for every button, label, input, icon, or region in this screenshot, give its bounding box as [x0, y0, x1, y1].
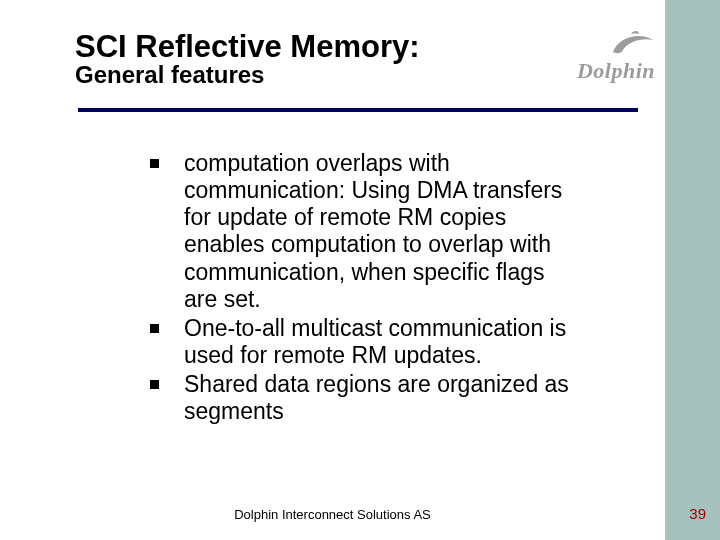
footer-text: Dolphin Interconnect Solutions AS — [0, 507, 665, 522]
divider-rule — [78, 108, 638, 112]
bullet-list: computation overlaps with communication:… — [150, 150, 580, 425]
list-item: Shared data regions are organized as seg… — [150, 371, 580, 425]
side-accent-bar — [665, 0, 720, 540]
list-item: computation overlaps with communication:… — [150, 150, 580, 313]
slide: Dolphin SCI Reflective Memory: General f… — [0, 0, 720, 540]
slide-subtitle: General features — [75, 62, 635, 88]
page-number: 39 — [689, 505, 706, 522]
slide-body: computation overlaps with communication:… — [150, 150, 580, 427]
slide-title: SCI Reflective Memory: — [75, 30, 635, 64]
slide-header: SCI Reflective Memory: General features — [75, 30, 635, 88]
list-item: One-to-all multicast communication is us… — [150, 315, 580, 369]
